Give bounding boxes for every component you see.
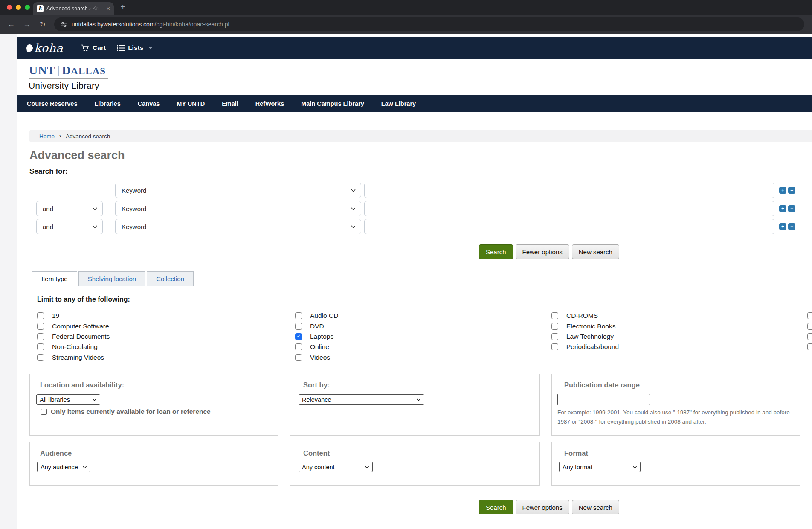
content-select[interactable]: Any content [299,462,373,472]
remove-row-button[interactable] [788,187,795,194]
checkbox[interactable] [551,312,558,319]
available-only-checkbox[interactable] [41,409,47,415]
fewer-options-button[interactable]: Fewer options [516,244,569,259]
chevron-down-icon [82,466,87,468]
breadcrumb-home-link[interactable]: Home [39,133,55,140]
window-zoom-button[interactable] [25,5,30,10]
item-type-column-4-clipped [807,311,812,352]
browser-tab[interactable]: Advanced search › Koha onlin [33,2,114,15]
nav-main-campus-library[interactable]: Main Campus Library [301,100,364,107]
checkbox[interactable] [551,333,558,340]
item-type-option: DVD [295,321,338,331]
pub-date-input[interactable] [557,394,650,405]
cart-button[interactable]: Cart [81,44,106,52]
checkbox[interactable] [37,343,44,350]
sort-select[interactable]: Relevance [299,394,424,405]
checkbox-checked[interactable] [295,333,302,340]
list-icon [117,45,125,51]
site-settings-icon[interactable] [60,21,67,28]
checkbox[interactable] [551,323,558,330]
checkbox[interactable] [37,312,44,319]
window-close-button[interactable] [7,5,12,10]
checkbox[interactable] [295,343,302,350]
audience-panel: Audience Any audience [29,442,278,486]
checkbox[interactable] [807,333,812,340]
search-button[interactable]: Search [479,244,513,259]
sort-panel: Sort by: Relevance [290,374,540,436]
checkbox[interactable] [295,312,302,319]
index-select[interactable]: Keyword [115,201,361,216]
boolean-select[interactable]: and [36,219,103,234]
lists-menu-button[interactable]: Lists [117,44,153,52]
page-title: Advanced search [29,149,125,162]
checkbox[interactable] [807,312,812,319]
checkbox[interactable] [807,343,812,350]
checkbox[interactable] [807,323,812,330]
nav-refworks[interactable]: RefWorks [255,100,284,107]
search-term-input[interactable] [364,219,774,234]
chevron-down-icon [93,225,97,228]
format-select[interactable]: Any format [559,462,641,472]
location-panel: Location and availability: All libraries… [29,374,278,436]
new-search-button[interactable]: New search [572,244,619,259]
unt-dallas-logo[interactable]: UNT DALLAS University Library [29,64,108,91]
add-row-button[interactable] [779,223,786,230]
nav-email[interactable]: Email [222,100,238,107]
search-term-input[interactable] [364,201,774,216]
nav-canvas[interactable]: Canvas [138,100,160,107]
add-row-button[interactable] [779,187,786,194]
item-type-option [807,321,812,331]
koha-logo[interactable]: koha [26,41,63,55]
fewer-options-button[interactable]: Fewer options [516,500,569,514]
reload-icon[interactable] [38,20,47,29]
url-domain: untdallas.bywatersolutions.com [72,21,155,28]
tab-shelving-location[interactable]: Shelving location [78,271,145,286]
audience-select[interactable]: Any audience [37,462,90,472]
tab-item-type[interactable]: Item type [32,271,77,286]
window-minimize-button[interactable] [16,5,21,10]
browser-tab-bar: Advanced search › Koha onlin [0,0,812,15]
cart-icon [81,44,89,52]
checkbox[interactable] [295,354,302,361]
page-background: koha Cart [0,34,812,529]
item-type-column-3: CD-ROMS Electronic Books Law Technology … [551,311,619,352]
item-type-option: Federal Documents [37,331,110,342]
chevron-down-icon [92,398,97,401]
back-icon[interactable] [6,20,16,29]
address-bar[interactable]: untdallas.bywatersolutions.com/cgi-bin/k… [54,17,804,31]
boolean-select[interactable]: and [36,201,103,216]
add-row-button[interactable] [779,205,786,212]
index-select[interactable]: Keyword [115,219,361,234]
search-for-label: Search for: [29,167,68,176]
nav-libraries[interactable]: Libraries [95,100,121,107]
checkbox[interactable] [37,354,44,361]
main-navbar: Course Reserves Libraries Canvas MY UNTD… [17,95,812,112]
index-select[interactable]: Keyword [115,183,361,198]
item-type-option [807,311,812,321]
search-term-input[interactable] [364,183,774,198]
item-type-option: CD-ROMS [551,311,619,321]
nav-law-library[interactable]: Law Library [381,100,416,107]
remove-row-button[interactable] [788,205,795,212]
breadcrumb-current: Advanced search [66,133,110,140]
new-tab-button[interactable] [118,2,128,12]
tab-collection[interactable]: Collection [147,271,194,286]
remove-row-button[interactable] [788,223,795,230]
nav-my-untd[interactable]: MY UNTD [177,100,205,107]
close-tab-icon[interactable] [106,5,110,12]
library-select[interactable]: All libraries [36,394,100,405]
checkbox[interactable] [37,323,44,330]
search-button[interactable]: Search [479,500,513,514]
location-heading: Location and availability: [40,381,124,389]
checkbox[interactable] [37,333,44,340]
cart-label: Cart [93,44,106,52]
forward-icon[interactable] [22,20,32,29]
nav-course-reserves[interactable]: Course Reserves [27,100,78,107]
new-search-button[interactable]: New search [572,500,619,514]
checkbox[interactable] [295,323,302,330]
breadcrumb-separator: › [59,133,61,139]
item-type-option: Laptops [295,331,338,342]
checkbox[interactable] [551,343,558,350]
main-content: Home › Advanced search Advanced search S… [17,112,812,529]
action-buttons-top: Search Fewer options New search [479,244,619,259]
